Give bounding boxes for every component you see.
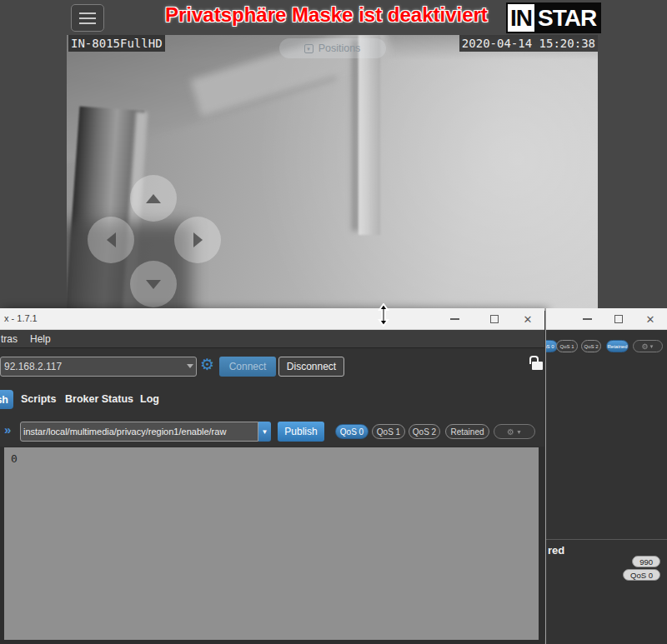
timestamp-overlay: 2020-04-14 15:20:38 <box>459 35 598 52</box>
hamburger-icon <box>79 12 96 14</box>
logo-in: IN <box>508 4 534 32</box>
gear-icon: ⚙ <box>641 342 648 351</box>
logo-star: STAR <box>534 4 599 32</box>
tab-broker-status[interactable]: Broker Status <box>65 393 133 405</box>
menu-bar: tras Help <box>0 330 544 348</box>
retained-pill[interactable]: Retained <box>606 340 629 352</box>
qos0-pill[interactable]: QoS 0 <box>335 424 369 439</box>
close-button[interactable]: ✕ <box>514 308 542 330</box>
close-button[interactable]: ✕ <box>636 308 664 330</box>
divider <box>546 539 667 540</box>
unlocked-padlock-icon <box>532 362 543 370</box>
privacy-mask-banner: Privatsphäre Maske ist deaktiviert <box>165 3 488 27</box>
minimize-button[interactable] <box>440 308 469 330</box>
arrow-down-icon <box>146 280 161 289</box>
tab-scripts[interactable]: Scripts <box>21 393 56 405</box>
positions-label: Positions <box>318 42 361 54</box>
broker-address-combobox[interactable]: 92.168.2.117 <box>0 357 197 377</box>
menu-item-help[interactable]: Help <box>30 333 51 345</box>
retained-pill[interactable]: Retained <box>445 424 489 439</box>
tab-log[interactable]: Log <box>140 393 159 405</box>
minimize-icon <box>583 318 592 320</box>
menu-hamburger-button[interactable] <box>71 4 104 32</box>
disconnect-button[interactable]: Disconnect <box>278 357 344 377</box>
message-count-badge: 990 <box>632 556 660 567</box>
collapse-chevrons-icon[interactable]: » <box>4 422 11 437</box>
payload-textarea[interactable]: 0 <box>4 447 539 640</box>
mqttfx-window: x - 1.7.1 ✕ tras Help 92.168.2.117 ⚙ Con… <box>0 308 544 644</box>
tab-publish[interactable]: Publish <box>0 390 13 409</box>
second-mqttfx-window: ✕ QoS 0 QoS 1 QoS 2 Retained ⚙▼ red 990 … <box>545 308 667 644</box>
publish-topic-input[interactable]: instar/local/multimedia/privacy/region1/… <box>20 422 258 442</box>
qos1-pill[interactable]: QoS 1 <box>372 424 405 439</box>
maximize-icon <box>614 315 623 323</box>
ptz-down-button[interactable] <box>130 261 177 307</box>
ptz-right-button[interactable] <box>174 217 221 263</box>
menu-item-extras[interactable]: tras <box>1 333 18 345</box>
qos1-pill[interactable]: QoS 1 <box>556 340 578 352</box>
caret-down-icon: ▼ <box>649 344 654 349</box>
arrow-left-icon <box>107 232 116 247</box>
positions-button[interactable]: ▾ Positions <box>279 38 386 58</box>
publish-options-gear-pill[interactable]: ⚙▼ <box>494 424 535 439</box>
tabs-bar: Publish Scripts Broker Status Log <box>0 385 544 418</box>
instar-logo: IN STAR <box>506 2 601 33</box>
maximize-icon <box>490 315 499 323</box>
topic-dropdown-button[interactable]: ▼ <box>258 422 271 442</box>
window-title: x - 1.7.1 <box>4 313 38 323</box>
window-titlebar[interactable]: ✕ <box>546 308 667 330</box>
subscription-topic-fragment: red <box>548 544 564 557</box>
gear-icon: ⚙ <box>507 427 514 437</box>
positions-icon: ▾ <box>304 44 313 53</box>
arrow-right-icon <box>193 232 203 247</box>
camera-live-view[interactable]: IN-8015FullHD 2020-04-14 15:20:38 ▾ Posi… <box>67 35 598 311</box>
combobox-caret-icon <box>187 364 193 368</box>
connection-settings-gear-icon[interactable]: ⚙ <box>200 355 214 374</box>
minimize-button[interactable] <box>573 308 601 330</box>
publish-row: » instar/local/multimedia/privacy/region… <box>0 418 544 447</box>
connection-toolbar: 92.168.2.117 ⚙ Connect Disconnect <box>0 348 544 385</box>
window-titlebar[interactable]: x - 1.7.1 ✕ <box>0 308 544 330</box>
minimize-icon <box>450 318 459 320</box>
camera-name-overlay: IN-8015FullHD <box>68 35 165 52</box>
caret-down-icon: ▼ <box>516 429 522 435</box>
ptz-left-button[interactable] <box>88 217 134 263</box>
options-gear-pill[interactable]: ⚙▼ <box>633 340 663 352</box>
connect-button[interactable]: Connect <box>219 357 276 377</box>
qos-badge: QoS 0 <box>623 569 660 581</box>
arrow-up-icon <box>146 194 161 203</box>
publish-button[interactable]: Publish <box>278 422 324 442</box>
ptz-up-button[interactable] <box>130 175 177 222</box>
close-icon: ✕ <box>524 314 533 325</box>
qos2-pill[interactable]: QoS 2 <box>581 340 601 352</box>
maximize-button[interactable] <box>604 308 633 330</box>
qos2-pill[interactable]: QoS 2 <box>409 424 440 439</box>
close-icon: ✕ <box>646 314 655 325</box>
maximize-button[interactable] <box>480 308 509 330</box>
